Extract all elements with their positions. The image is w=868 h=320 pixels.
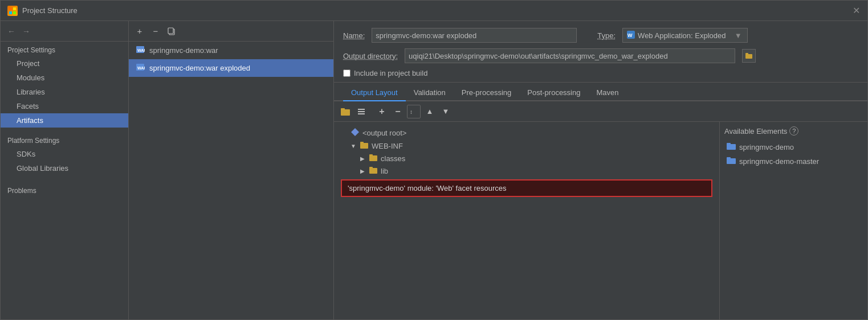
- svg-rect-13: [745, 53, 748, 55]
- tree-item-classes[interactable]: ▶ classes: [357, 152, 715, 165]
- output-directory-input[interactable]: [405, 48, 735, 63]
- sidebar-item-sdks[interactable]: SDKs: [1, 147, 128, 161]
- svg-text:W: W: [627, 32, 633, 38]
- tab-validation[interactable]: Validation: [406, 85, 454, 101]
- available-item-springmvc-demo[interactable]: springmvc-demo: [724, 140, 863, 154]
- available-item-springmvc-demo-master[interactable]: springmvc-demo-master: [724, 154, 863, 169]
- sidebar-item-modules[interactable]: Modules: [1, 71, 128, 85]
- sidebar-item-libraries[interactable]: Libraries: [1, 85, 128, 99]
- svg-rect-12: [745, 54, 752, 59]
- tree-item-web-inf[interactable]: ▼ WEB-INF: [348, 140, 715, 152]
- svg-rect-15: [341, 108, 345, 110]
- tree-label-classes: classes: [381, 154, 405, 163]
- artifact-item-war-exploded[interactable]: WAR springmvc-demo:war exploded: [129, 59, 333, 77]
- add-artifact-button[interactable]: +: [133, 25, 146, 38]
- move-down-button[interactable]: ▼: [439, 105, 453, 118]
- copy-artifact-button[interactable]: [165, 25, 178, 38]
- sidebar-item-problems[interactable]: Problems: [1, 182, 128, 197]
- copy-icon: [167, 27, 176, 36]
- svg-rect-16: [358, 109, 365, 110]
- tab-output-layout[interactable]: Output Layout: [343, 85, 406, 101]
- platform-settings-header: Platform Settings: [1, 132, 128, 147]
- dropdown-arrow-icon: ▼: [732, 31, 744, 40]
- svg-rect-22: [360, 142, 364, 143]
- artifacts-panel: + − WAR springmv: [129, 21, 334, 319]
- war-icon: WAR: [136, 45, 145, 56]
- available-elements-header: Available Elements ?: [724, 126, 863, 136]
- svg-rect-24: [369, 154, 373, 156]
- sidebar: ← → Project Settings Project Modules Lib…: [1, 21, 129, 319]
- right-panel: Name: Type: W Web Application: Exploded …: [334, 21, 867, 319]
- folder-browse-icon: [745, 52, 752, 59]
- include-in-build-checkbox[interactable]: [343, 69, 351, 77]
- back-button[interactable]: ←: [5, 25, 18, 38]
- tree-label-lib: lib: [381, 167, 388, 175]
- sidebar-item-artifacts[interactable]: Artifacts: [1, 113, 128, 128]
- tab-pre-processing[interactable]: Pre-processing: [454, 85, 519, 101]
- remove-artifact-button[interactable]: −: [149, 25, 162, 38]
- output-directory-row: Output directory:: [343, 48, 858, 63]
- output-tree: <output root> ▼ WEB-INF: [334, 122, 719, 319]
- name-label: Name:: [343, 31, 365, 40]
- artifact-war-label: springmvc-demo:war: [149, 46, 218, 55]
- svg-marker-20: [351, 128, 359, 136]
- war-exploded-icon: WAR: [136, 63, 145, 73]
- module-icon-1: [727, 142, 736, 153]
- forward-button[interactable]: →: [20, 25, 32, 38]
- help-icon[interactable]: ?: [789, 126, 798, 136]
- root-icon: [351, 128, 359, 138]
- list-icon: [357, 107, 366, 116]
- close-button[interactable]: ✕: [851, 6, 861, 15]
- output-layout-toolbar: + − ↕ ▲ ▼: [334, 101, 867, 122]
- tree-label-web-inf: WEB-INF: [372, 142, 403, 150]
- available-item-1-label: springmvc-demo: [739, 143, 794, 151]
- svg-rect-5: [168, 28, 173, 34]
- type-select[interactable]: W Web Application: Exploded ▼: [622, 28, 748, 43]
- project-settings-header: Project Settings: [1, 42, 128, 56]
- name-input[interactable]: [372, 28, 577, 43]
- tree-label-output-root: <output root>: [362, 129, 406, 137]
- tab-maven[interactable]: Maven: [588, 85, 626, 101]
- project-structure-window: Project Structure ✕ ← → Project Settings…: [0, 0, 868, 320]
- move-up-button[interactable]: ▲: [423, 105, 437, 118]
- available-elements-panel: Available Elements ? springmvc-demo: [719, 122, 867, 319]
- sidebar-item-global-libraries[interactable]: Global Libraries: [1, 161, 128, 175]
- sort-button[interactable]: ↕: [407, 105, 421, 118]
- available-item-2-label: springmvc-demo-master: [739, 157, 819, 166]
- svg-rect-28: [727, 143, 731, 145]
- remove-element-button[interactable]: −: [391, 105, 405, 118]
- highlighted-item-label: 'springmvc-demo' module: 'Web' facet res…: [348, 184, 506, 192]
- output-directory-label: Output directory:: [343, 52, 398, 60]
- sidebar-item-facets[interactable]: Facets: [1, 99, 128, 113]
- artifact-war-exploded-label: springmvc-demo:war exploded: [149, 64, 250, 72]
- svg-rect-23: [369, 155, 377, 161]
- browse-button[interactable]: [742, 49, 756, 63]
- chevron-collapsed-icon: ▶: [359, 155, 366, 162]
- tab-post-processing[interactable]: Post-processing: [519, 85, 588, 101]
- title-bar: Project Structure ✕: [1, 1, 867, 21]
- type-icon: W: [626, 30, 635, 41]
- tree-item-output-root[interactable]: <output root>: [339, 126, 715, 140]
- svg-rect-26: [369, 167, 373, 169]
- window-title: Project Structure: [22, 6, 851, 15]
- artifact-item-war[interactable]: WAR springmvc-demo:war: [129, 42, 333, 59]
- highlighted-item[interactable]: 'springmvc-demo' module: 'Web' facet res…: [341, 179, 712, 197]
- include-in-build-row: Include in project build: [343, 69, 858, 77]
- module-icon-2: [727, 156, 736, 167]
- svg-rect-25: [369, 168, 377, 174]
- svg-rect-2: [9, 11, 12, 14]
- artifacts-list: WAR springmvc-demo:war WAR springmvc-dem…: [129, 42, 333, 319]
- svg-text:WAR: WAR: [137, 66, 145, 70]
- artifacts-toolbar: + −: [129, 21, 333, 42]
- available-elements-label: Available Elements: [724, 127, 787, 136]
- chevron-expanded-icon: ▼: [350, 143, 357, 149]
- main-content: ← → Project Settings Project Modules Lib…: [1, 21, 867, 319]
- svg-rect-0: [9, 7, 12, 10]
- folder-icon: [341, 107, 350, 116]
- tree-item-lib[interactable]: ▶ lib: [357, 165, 715, 177]
- folder-web-inf-icon: [360, 141, 368, 150]
- toggle-list-button[interactable]: [354, 105, 368, 118]
- show-folders-button[interactable]: [339, 105, 352, 118]
- add-element-button[interactable]: +: [375, 105, 389, 118]
- sidebar-item-project[interactable]: Project: [1, 56, 128, 71]
